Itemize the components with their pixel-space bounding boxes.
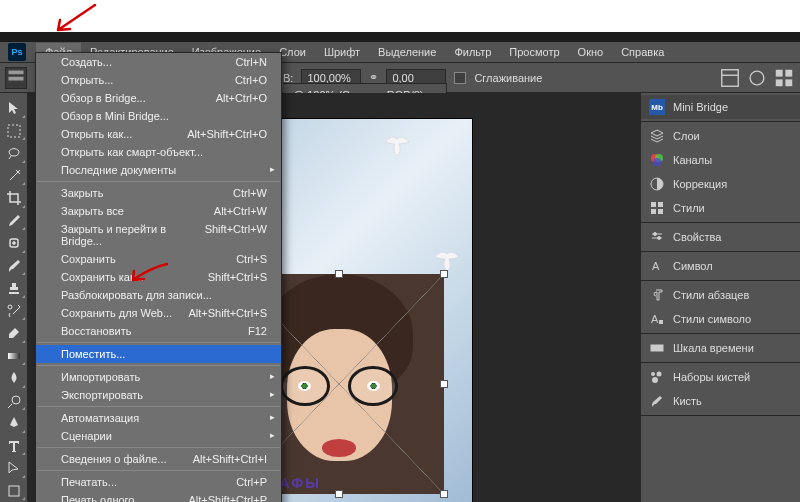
menu-item-закрыть[interactable]: ЗакрытьCtrl+W <box>36 184 281 202</box>
dodge-tool[interactable] <box>2 391 26 412</box>
menu-item-сценарии[interactable]: Сценарии <box>36 427 281 445</box>
menu-separator <box>37 181 280 182</box>
svg-rect-6 <box>785 79 792 86</box>
panel-para-styles[interactable]: Стили абзацев <box>641 283 800 307</box>
menu-help[interactable]: Справка <box>612 43 673 61</box>
menu-item-сохранить-как-[interactable]: Сохранить как...Shift+Ctrl+S <box>36 268 281 286</box>
path-select-tool[interactable] <box>2 458 26 479</box>
crop-tool[interactable] <box>2 188 26 209</box>
stamp-tool[interactable] <box>2 278 26 299</box>
menu-item-shortcut: Alt+Ctrl+W <box>214 205 267 217</box>
svg-rect-30 <box>659 320 663 324</box>
menu-item-shortcut: Ctrl+S <box>236 253 267 265</box>
panel-label: Символ <box>673 260 713 272</box>
panel-label: Слои <box>673 130 700 142</box>
panel-adjustments[interactable]: Коррекция <box>641 172 800 196</box>
panel-label: Свойства <box>673 231 721 243</box>
menu-item-разблокировать-для-записи-[interactable]: Разблокировать для записи... <box>36 286 281 304</box>
smoothing-label: Сглаживание <box>474 72 542 84</box>
smoothing-checkbox[interactable] <box>454 72 466 84</box>
svg-point-13 <box>12 396 20 404</box>
menu-item-печать-одного-экземпляра[interactable]: Печать одного экземпляраAlt+Shift+Ctrl+P <box>36 491 281 502</box>
svg-text:A: A <box>651 313 659 325</box>
pen-tool[interactable] <box>2 413 26 434</box>
adjustments-icon <box>649 176 665 192</box>
heal-tool[interactable] <box>2 233 26 254</box>
menu-item-открыть-[interactable]: Открыть...Ctrl+O <box>36 71 281 89</box>
menu-item-label: Экспортировать <box>61 389 143 401</box>
menu-item-последние-документы[interactable]: Последние документы <box>36 161 281 179</box>
svg-rect-21 <box>658 202 663 207</box>
workspace-icon[interactable] <box>719 67 741 89</box>
history-brush-tool[interactable] <box>2 301 26 322</box>
brush-tool[interactable] <box>2 256 26 277</box>
menu-item-печатать-[interactable]: Печатать...Ctrl+P <box>36 473 281 491</box>
panel-timeline[interactable]: Шкала времени <box>641 336 800 360</box>
panel-styles[interactable]: Стили <box>641 196 800 220</box>
shape-tool[interactable] <box>2 481 26 502</box>
transform-handle-bc[interactable] <box>335 490 343 498</box>
menu-item-сохранить[interactable]: СохранитьCtrl+S <box>36 250 281 268</box>
menu-item-создать-[interactable]: Создать...Ctrl+N <box>36 53 281 71</box>
menu-item-автоматизация[interactable]: Автоматизация <box>36 409 281 427</box>
menu-item-обзор-в-bridge-[interactable]: Обзор в Bridge...Alt+Ctrl+O <box>36 89 281 107</box>
char-styles-icon: A <box>649 311 665 327</box>
panel-label: Наборы кистей <box>673 371 750 383</box>
menu-window[interactable]: Окно <box>569 43 613 61</box>
menu-item-обзор-в-mini-bridge-[interactable]: Обзор в Mini Bridge... <box>36 107 281 125</box>
gradient-tool[interactable] <box>2 346 26 367</box>
panel-brush-presets[interactable]: Наборы кистей <box>641 365 800 389</box>
panel-properties[interactable]: Свойства <box>641 225 800 249</box>
eyedrop-tool[interactable] <box>2 211 26 232</box>
active-tool-preset[interactable] <box>5 67 27 89</box>
panel-mini-bridge[interactable]: MbMini Bridge <box>641 95 800 119</box>
grid-icon[interactable] <box>773 67 795 89</box>
menu-item-открыть-как-[interactable]: Открыть как...Alt+Shift+Ctrl+O <box>36 125 281 143</box>
menu-type[interactable]: Шрифт <box>315 43 369 61</box>
menu-item-восстановить[interactable]: ВосстановитьF12 <box>36 322 281 340</box>
menu-item-открыть-как-смарт-объект-[interactable]: Открыть как смарт-объект... <box>36 143 281 161</box>
transform-handle-br[interactable] <box>440 490 448 498</box>
svg-point-35 <box>657 372 662 377</box>
menu-item-label: Закрыть <box>61 187 103 199</box>
type-tool[interactable] <box>2 436 26 457</box>
menu-item-импортировать[interactable]: Импортировать <box>36 368 281 386</box>
menu-item-shortcut: Alt+Ctrl+O <box>216 92 267 104</box>
menu-select[interactable]: Выделение <box>369 43 445 61</box>
panel-char-styles[interactable]: AСтили символо <box>641 307 800 331</box>
transform-handle-tr[interactable] <box>440 270 448 278</box>
eraser-tool[interactable] <box>2 323 26 344</box>
svg-rect-15 <box>9 486 19 496</box>
menu-item-сохранить-для-web-[interactable]: Сохранить для Web...Alt+Shift+Ctrl+S <box>36 304 281 322</box>
panel-channels[interactable]: Каналы <box>641 148 800 172</box>
svg-point-18 <box>653 158 661 166</box>
panel-character[interactable]: AСимвол <box>641 254 800 278</box>
settings-icon[interactable] <box>746 67 768 89</box>
menu-view[interactable]: Просмотр <box>500 43 568 61</box>
menu-filter[interactable]: Фильтр <box>445 43 500 61</box>
svg-rect-0 <box>722 69 739 86</box>
menu-item-shortcut: Alt+Shift+Ctrl+P <box>188 494 267 502</box>
menu-item-экспортировать[interactable]: Экспортировать <box>36 386 281 404</box>
panel-layers[interactable]: Слои <box>641 124 800 148</box>
menu-item-label: Сохранить для Web... <box>61 307 172 319</box>
svg-rect-5 <box>776 79 783 86</box>
menu-item-label: Сценарии <box>61 430 112 442</box>
blur-tool[interactable] <box>2 368 26 389</box>
marquee-tool[interactable] <box>2 121 26 142</box>
svg-rect-23 <box>658 209 663 214</box>
svg-point-27 <box>658 237 661 240</box>
wand-tool[interactable] <box>2 166 26 187</box>
panel-label: Mini Bridge <box>673 101 728 113</box>
menu-item-поместить-[interactable]: Поместить... <box>36 345 281 363</box>
menu-item-сведения-о-файле-[interactable]: Сведения о файле...Alt+Shift+Ctrl+I <box>36 450 281 468</box>
mini-bridge-icon: Mb <box>649 99 665 115</box>
transform-handle-mr[interactable] <box>440 380 448 388</box>
menu-item-закрыть-и-перейти-в-bridge-[interactable]: Закрыть и перейти в Bridge...Shift+Ctrl+… <box>36 220 281 250</box>
lasso-tool[interactable] <box>2 143 26 164</box>
move-tool[interactable] <box>2 98 26 119</box>
menu-item-закрыть-все[interactable]: Закрыть всеAlt+Ctrl+W <box>36 202 281 220</box>
panel-label: Стили <box>673 202 705 214</box>
panel-brush[interactable]: Кисть <box>641 389 800 413</box>
transform-handle-tc[interactable] <box>335 270 343 278</box>
